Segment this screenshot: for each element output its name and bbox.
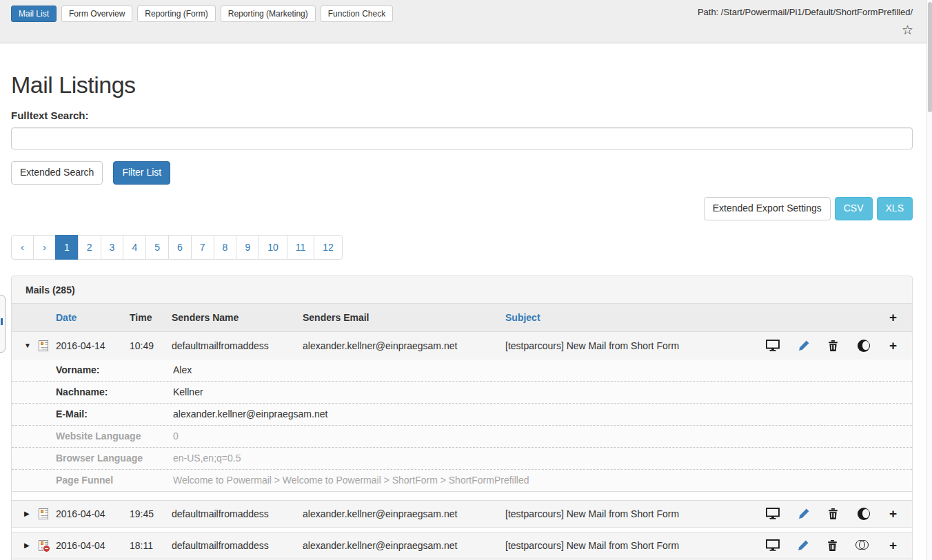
column-header-time: Time (130, 312, 172, 323)
pagination-next-icon[interactable]: › (33, 235, 56, 260)
preview-monitor-icon[interactable] (766, 340, 780, 351)
mail-date: 2016-04-14 (56, 340, 130, 351)
hidden-overlay-icon (43, 545, 50, 552)
expand-row-icon[interactable]: ▶ (24, 510, 39, 517)
detail-value: Alex (173, 364, 912, 375)
detail-value: alexander.kellner@einpraegsam.net (173, 408, 912, 419)
pagination-page-3[interactable]: 3 (101, 235, 124, 260)
detail-row: E-Mail: alexander.kellner@einpraegsam.ne… (12, 404, 912, 426)
pagination-page-1[interactable]: 1 (55, 235, 79, 260)
visibility-toggle-icon[interactable] (858, 508, 870, 520)
favorite-star-icon[interactable]: ☆ (902, 23, 913, 37)
mail-sender-email: alexander.kellner@einpraegsam.net (303, 340, 505, 351)
row-actions: + (766, 339, 912, 352)
delete-trash-icon[interactable] (828, 540, 837, 551)
vertical-scrollbar (926, 0, 932, 560)
detail-label: E-Mail: (56, 408, 173, 419)
xls-export-button[interactable]: XLS (877, 197, 913, 220)
fulltext-search-input[interactable] (11, 127, 913, 149)
fulltext-search-label: Fulltext Search: (11, 110, 913, 121)
filter-buttons-row: Extended Search Filter List (11, 161, 913, 185)
mails-panel-title: Mails (285) (12, 276, 912, 304)
column-header-date[interactable]: Date (56, 312, 130, 323)
pagination-page-8[interactable]: 8 (214, 235, 237, 260)
column-header-senders-email: Senders Email (303, 312, 505, 323)
mail-time: 10:49 (130, 340, 172, 351)
pagination-page-10[interactable]: 10 (259, 235, 287, 260)
column-header-subject[interactable]: Subject (505, 312, 766, 323)
mail-subject: [testparcours] New Mail from Short Form (505, 540, 766, 551)
delete-trash-icon[interactable] (829, 340, 838, 351)
add-to-export-icon[interactable]: + (889, 339, 897, 352)
pagination-page-6[interactable]: 6 (168, 235, 192, 260)
table-row: ▼ 2016-04-14 10:49 defaultmailfromaddess… (12, 332, 912, 360)
filter-list-button[interactable]: Filter List (113, 161, 170, 185)
pagination-prev-icon[interactable]: ‹ (11, 235, 34, 260)
tab-mail-list[interactable]: Mail List (11, 6, 57, 22)
detail-value: en-US,en;q=0.5 (173, 453, 912, 464)
mail-time: 18:11 (130, 540, 172, 551)
mail-subject: [testparcours] New Mail from Short Form (505, 508, 766, 519)
tab-function-check[interactable]: Function Check (321, 6, 393, 22)
pagination-page-7[interactable]: 7 (191, 235, 214, 260)
mails-panel: Mails (285) Date Time Senders Name Sende… (11, 276, 913, 560)
add-column-icon[interactable]: + (889, 311, 897, 324)
export-buttons-row: Extended Export Settings CSV XLS (11, 197, 913, 220)
extended-search-button[interactable]: Extended Search (11, 161, 103, 185)
row-spacer (12, 492, 912, 500)
tab-reporting-marketing[interactable]: Reporting (Marketing) (221, 6, 316, 22)
edit-pencil-icon[interactable] (799, 340, 809, 351)
mail-sender-name: defaultmailfromaddess (172, 540, 303, 551)
mail-listings-content: Mail Listings Fulltext Search: Extended … (0, 72, 932, 560)
pagetree-toggle-handle[interactable] (0, 295, 6, 353)
delete-trash-icon[interactable] (829, 508, 838, 519)
pagination-page-9[interactable]: 9 (236, 235, 259, 260)
detail-row: Website Language 0 (12, 426, 912, 448)
page-title: Mail Listings (11, 72, 913, 98)
mail-date: 2016-04-04 (56, 540, 130, 551)
edit-pencil-icon[interactable] (798, 540, 809, 550)
detail-value: Kellner (173, 386, 912, 397)
module-topbar: Mail List Form Overview Reporting (Form)… (0, 0, 932, 43)
detail-row: Page Funnel Welcome to Powermail > Welco… (12, 470, 912, 492)
column-header-senders-name: Senders Name (172, 312, 303, 323)
pagination-page-4[interactable]: 4 (123, 235, 146, 260)
mail-record-hidden-icon (39, 540, 48, 551)
csv-export-button[interactable]: CSV (835, 197, 873, 220)
pagination-page-11[interactable]: 11 (287, 235, 315, 260)
detail-row: Browser Language en-US,en;q=0.5 (12, 448, 912, 470)
visibility-toggle-off-icon[interactable] (855, 539, 870, 551)
edit-pencil-icon[interactable] (799, 508, 809, 519)
pagination-page-5[interactable]: 5 (145, 235, 169, 260)
detail-label: Browser Language (56, 453, 173, 464)
detail-label: Nachname: (56, 386, 173, 397)
extended-export-settings-button[interactable]: Extended Export Settings (704, 197, 831, 220)
detail-label: Page Funnel (56, 475, 173, 486)
preview-monitor-icon[interactable] (766, 508, 780, 519)
mail-record-icon (39, 508, 48, 519)
preview-monitor-icon[interactable] (766, 539, 780, 551)
pagination: ‹ › 1 2 3 4 5 6 7 8 9 10 11 12 (11, 235, 343, 260)
visibility-toggle-icon[interactable] (858, 340, 870, 352)
row-actions: + (766, 507, 912, 520)
table-header-row: Date Time Senders Name Senders Email Sub… (12, 304, 912, 332)
scrollbar-thumb[interactable] (928, 2, 932, 112)
add-to-export-icon[interactable]: + (889, 539, 897, 552)
mail-time: 19:45 (130, 508, 172, 519)
detail-label: Vorname: (56, 364, 173, 375)
pagination-page-12[interactable]: 12 (314, 235, 343, 260)
tab-reporting-form[interactable]: Reporting (Form) (137, 6, 215, 22)
tab-form-overview[interactable]: Form Overview (61, 6, 132, 22)
detail-row: Vorname: Alex (12, 360, 912, 382)
expand-row-icon[interactable]: ▶ (24, 541, 39, 549)
page-path: Path: /Start/Powermail/Pi1/Default/Short… (698, 7, 913, 17)
collapse-row-icon[interactable]: ▼ (24, 342, 39, 349)
row-actions: + (766, 539, 912, 552)
mail-sender-name: defaultmailfromaddess (172, 340, 303, 351)
mail-date: 2016-04-04 (56, 508, 130, 519)
add-to-export-icon[interactable]: + (889, 507, 897, 520)
pagination-page-2[interactable]: 2 (78, 235, 101, 260)
mail-subject: [testparcours] New Mail from Short Form (505, 340, 766, 351)
detail-label: Website Language (56, 431, 173, 442)
detail-value: Welcome to Powermail > Welcome to Powerm… (173, 475, 912, 486)
